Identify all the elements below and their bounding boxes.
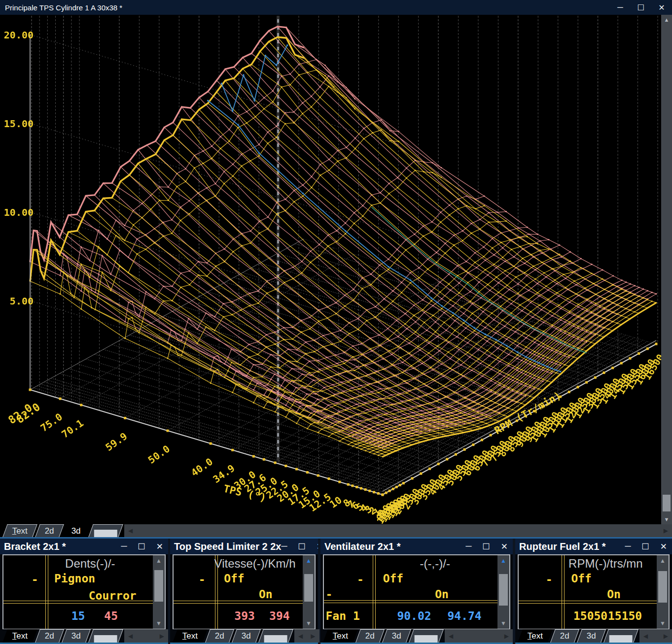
scroll-down-icon[interactable]: ▼ [497, 618, 509, 629]
column-header: -(-,-)/- [420, 557, 450, 571]
value-cell[interactable]: 45 [104, 610, 118, 622]
minimize-icon[interactable]: ─ [281, 542, 287, 552]
horizontal-scrollbar[interactable]: ◀▶ [445, 629, 513, 643]
tab-text[interactable]: Text [2, 629, 37, 643]
value-cell[interactable]: 15 [71, 610, 85, 622]
scroll-left-icon[interactable]: ◀ [445, 633, 457, 640]
corner-cell: - [32, 573, 38, 586]
panel-table: Vitesse(-)/Km/h-OffOn393394▲▼ [173, 554, 316, 630]
scroll-right-icon[interactable]: ▶ [156, 633, 168, 640]
close-icon[interactable]: ✕ [317, 542, 318, 552]
maximize-icon[interactable]: ☐ [298, 542, 306, 552]
horizontal-scrollbar[interactable]: ◀▶ [294, 629, 319, 643]
scroll-right-icon[interactable]: ▶ [500, 633, 513, 640]
scrollbar-thumb[interactable] [663, 495, 671, 511]
col-label: Off [224, 572, 245, 585]
scroll-up-icon[interactable]: ▲ [153, 555, 165, 566]
value-cell[interactable]: 393 [234, 610, 255, 622]
tab-2d[interactable]: 2d [205, 629, 234, 643]
scroll-down-icon[interactable]: ▼ [657, 618, 669, 629]
horizontal-scrollbar[interactable]: ◀▶ [124, 524, 672, 537]
hamburger-icon [94, 635, 117, 638]
minimize-icon[interactable]: ─ [616, 3, 625, 12]
scroll-left-icon[interactable]: ◀ [124, 527, 137, 534]
panel-titlebar[interactable]: Top Speed Limiter 2 2x─☐✕ [170, 539, 318, 554]
axis-cross-vertical [562, 555, 565, 629]
scrollbar-thumb[interactable] [658, 571, 667, 603]
minimize-icon[interactable]: ─ [625, 542, 631, 552]
panel-vertical-scrollbar[interactable]: ▲▼ [497, 555, 509, 629]
panel-vertical-scrollbar[interactable]: ▲▼ [153, 555, 165, 629]
scroll-down-icon[interactable]: ▼ [661, 514, 672, 524]
view-menu-tab[interactable] [88, 524, 123, 537]
main-view-tab-bar: Text2d3d◀▶ [0, 524, 672, 539]
scroll-up-icon[interactable]: ▲ [661, 15, 672, 25]
panel-tab-bar: Text2d3d◀▶ [0, 629, 168, 643]
value-cell[interactable]: 94.74 [447, 610, 481, 622]
scroll-left-icon[interactable]: ◀ [294, 633, 307, 640]
column-header: Dents(-)/- [65, 557, 115, 571]
view-menu-tab[interactable] [409, 629, 444, 643]
tab-text[interactable]: Text [2, 524, 37, 537]
minimize-icon[interactable]: ─ [121, 542, 127, 552]
corner-cell: - [357, 573, 364, 586]
horizontal-scrollbar[interactable]: ◀▶ [124, 629, 168, 643]
tab-3d[interactable]: 3d [62, 629, 91, 643]
tab-2d[interactable]: 2d [35, 524, 64, 537]
scroll-up-icon[interactable]: ▲ [657, 555, 669, 566]
value-cell[interactable]: 394 [269, 610, 290, 622]
fuel-map-3d-view: ▲ ▼ [0, 15, 672, 524]
view-menu-tab[interactable] [603, 629, 638, 643]
close-icon[interactable]: ✕ [501, 542, 508, 552]
maximize-icon[interactable]: ☐ [637, 3, 645, 12]
scroll-down-icon[interactable]: ▼ [153, 618, 165, 629]
maximize-icon[interactable]: ☐ [483, 542, 490, 552]
scroll-right-icon[interactable]: ▶ [660, 527, 672, 534]
close-icon[interactable]: ✕ [156, 542, 163, 552]
scroll-up-icon[interactable]: ▲ [303, 555, 315, 566]
view-menu-tab[interactable] [88, 629, 123, 643]
maximize-icon[interactable]: ☐ [138, 542, 145, 552]
panel-table: RPM(-)/trs/mn-OffOn1505015150▲▼ [518, 554, 670, 630]
fuel-map-canvas[interactable] [0, 15, 661, 524]
scroll-right-icon[interactable]: ▶ [307, 633, 319, 640]
close-icon[interactable]: ✕ [660, 542, 667, 552]
value-cell[interactable]: 15150 [608, 610, 642, 622]
value-cell[interactable]: 90.02 [397, 610, 431, 622]
axis-cross-horizontal [324, 600, 497, 603]
panel-vertical-scrollbar[interactable]: ▲▼ [303, 555, 315, 629]
axis-cross-horizontal [174, 601, 303, 604]
close-icon[interactable]: ✕ [657, 3, 666, 12]
plot-vertical-scrollbar[interactable]: ▲ ▼ [661, 15, 672, 524]
tab-3d[interactable]: 3d [62, 524, 90, 537]
value-cell[interactable]: 15050 [573, 610, 607, 622]
tab-2d[interactable]: 2d [35, 629, 64, 643]
tab-3d[interactable]: 3d [232, 629, 261, 643]
tab-text[interactable]: Text [323, 629, 358, 643]
window-title: Principale TPS Cylindre 1 A 30x38 * [5, 3, 122, 12]
scroll-down-icon[interactable]: ▼ [303, 618, 315, 629]
axis-cross-horizontal [519, 601, 657, 604]
scrollbar-thumb[interactable] [304, 574, 313, 602]
maximize-icon[interactable]: ☐ [642, 542, 649, 552]
tab-text[interactable]: Text [173, 629, 208, 643]
tab-3d[interactable]: 3d [382, 629, 411, 643]
scrollbar-thumb[interactable] [499, 574, 508, 606]
scrollbar-thumb[interactable] [154, 570, 163, 602]
horizontal-scrollbar[interactable]: ◀▶ [639, 629, 672, 643]
scroll-left-icon[interactable]: ◀ [124, 633, 137, 640]
scroll-right-icon[interactable]: ▶ [660, 633, 672, 640]
view-menu-tab[interactable] [258, 629, 293, 643]
tab-2d[interactable]: 2d [355, 629, 385, 643]
panel-titlebar[interactable]: Ventilateur 2x1 *─☐✕ [320, 539, 513, 554]
minimize-icon[interactable]: ─ [465, 542, 471, 552]
tab-3d[interactable]: 3d [577, 629, 606, 643]
panel-titlebar[interactable]: Bracket 2x1 *─☐✕ [0, 539, 168, 554]
tab-text[interactable]: Text [518, 629, 553, 643]
panel-titlebar[interactable]: Rupteur Fuel 2x1 *─☐✕ [515, 539, 672, 554]
tab-2d[interactable]: 2d [550, 629, 579, 643]
scroll-up-icon[interactable]: ▲ [497, 555, 509, 566]
col-label: On [607, 588, 621, 601]
panel-vertical-scrollbar[interactable]: ▲▼ [657, 555, 669, 629]
scroll-left-icon[interactable]: ◀ [639, 633, 652, 640]
